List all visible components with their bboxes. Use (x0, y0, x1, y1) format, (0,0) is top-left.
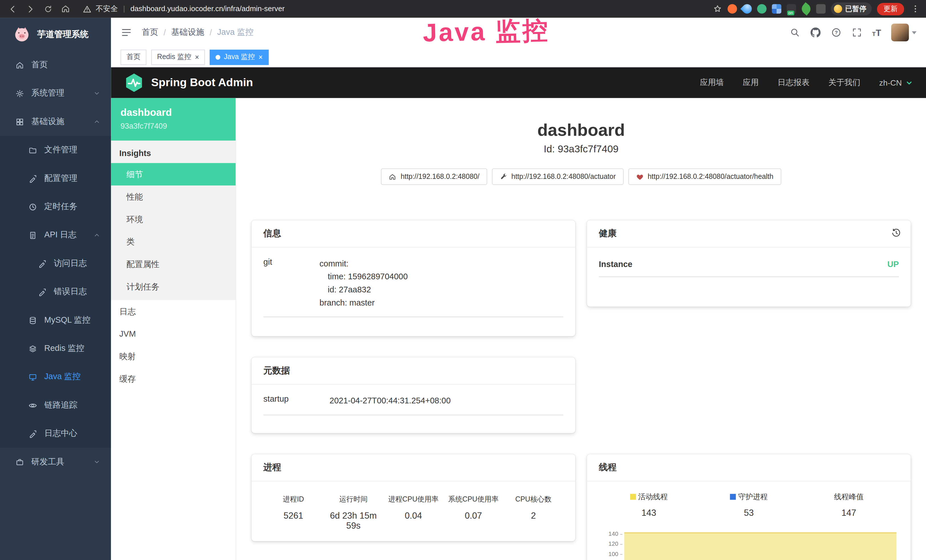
sba-item-jvm[interactable]: JVM (111, 322, 236, 345)
tag-redis-monitor[interactable]: Redis 监控× (151, 49, 205, 65)
chevron-up-icon (93, 118, 100, 125)
sidebar-item-error-logs[interactable]: 错误日志 (0, 278, 111, 306)
grid-icon (15, 117, 24, 126)
info-line: time: 1596289704000 (319, 270, 563, 283)
help-icon[interactable] (831, 27, 841, 38)
sba-item-environment[interactable]: 环境 (111, 208, 236, 230)
hamburger-icon[interactable] (120, 27, 132, 38)
sidebar-item-access-logs[interactable]: 访问日志 (0, 249, 111, 278)
chrome-update-button[interactable]: 更新 (877, 3, 904, 15)
back-button[interactable] (6, 2, 19, 15)
home-button[interactable] (59, 2, 72, 15)
y-tick: 120 (599, 540, 623, 551)
sidebar-item-scheduled-jobs[interactable]: 定时任务 (0, 192, 111, 221)
github-icon[interactable] (810, 27, 821, 38)
chevron-up-icon (93, 232, 100, 239)
extensions-area: on 已暂停 更新 (713, 2, 920, 15)
metadata-value: 2021-04-27T00:44:31.254+08:00 (330, 394, 563, 407)
cards-left-column: 信息 git commit: time: 1596289704000 id: 2… (251, 221, 575, 541)
sba-item-logs[interactable]: 日志 (111, 300, 236, 322)
sba-nav: 应用墙 应用 日志报表 关于我们 zh-CN (700, 77, 913, 88)
extension-drop-icon[interactable] (740, 2, 754, 16)
sba-logo-icon (124, 73, 144, 93)
user-menu[interactable] (891, 24, 917, 41)
header-actions: TT (790, 24, 917, 41)
warning-icon (83, 5, 92, 14)
fullscreen-icon[interactable] (852, 27, 862, 38)
nav-journal[interactable]: 日志报表 (778, 77, 809, 88)
sidebar-item-mysql-monitor[interactable]: MySQL 监控 (0, 306, 111, 334)
sidebar-item-system-mgmt[interactable]: 系统管理 (0, 79, 111, 107)
breadcrumb-home[interactable]: 首页 (142, 27, 158, 38)
instance-id: 93a3fc7f7409 (120, 122, 226, 131)
breadcrumb: 首页 / 基础设施 / Java 监控 (142, 27, 254, 38)
info-line: id: 27aa832 (319, 283, 563, 297)
sidebar-item-label: 研发工具 (31, 457, 65, 467)
forward-button[interactable] (24, 2, 37, 15)
process-column: 进程ID5261 (263, 495, 324, 531)
tag-java-monitor[interactable]: Java 监控× (210, 49, 268, 65)
nav-wallboard[interactable]: 应用墙 (700, 77, 724, 88)
locale-selector[interactable]: zh-CN (879, 78, 913, 87)
threads-legend: 活动线程143 守护进程53 线程峰值147 (599, 491, 899, 518)
nav-about[interactable]: 关于我们 (828, 77, 860, 88)
health-status-badge: UP (887, 260, 899, 269)
sidebar-item-redis-monitor[interactable]: Redis 监控 (0, 334, 111, 363)
instance-url-link[interactable]: http://192.168.0.2:48080/ (381, 169, 487, 185)
sidebar-item-tracing[interactable]: 链路追踪 (0, 391, 111, 419)
sba-brand[interactable]: Spring Boot Admin (124, 73, 253, 93)
annotation-java-monitor: Java 监控 (422, 14, 550, 50)
instance-header[interactable]: dashboard 93a3fc7f7409 (111, 98, 236, 141)
sba-sidebar: dashboard 93a3fc7f7409 Insights 细节 性能 环境… (111, 98, 236, 560)
extension-leaf-icon[interactable] (799, 2, 813, 16)
sba-item-classes[interactable]: 类 (111, 230, 236, 253)
sidebar-item-dev-tools[interactable]: 研发工具 (0, 448, 111, 476)
breadcrumb-infrastructure[interactable]: 基础设施 (171, 27, 204, 38)
sidebar-item-log-center[interactable]: 日志中心 (0, 419, 111, 448)
gear-icon (15, 89, 24, 98)
sba-item-config-props[interactable]: 配置属性 (111, 253, 236, 275)
sidebar-item-dashboard[interactable]: 首页 (0, 51, 111, 79)
extension-switch-icon[interactable]: on (787, 4, 796, 14)
health-url-link[interactable]: http://192.168.0.2:48080/actuator/health (628, 169, 781, 185)
profile-paused-chip[interactable]: 已暂停 (831, 2, 872, 15)
actuator-url-link[interactable]: http://192.168.0.2:48080/actuator (492, 169, 623, 185)
sidebar-item-label: 错误日志 (54, 286, 87, 297)
legend-value: 143 (599, 508, 699, 518)
history-icon[interactable] (891, 228, 901, 238)
folder-icon (28, 145, 37, 154)
extension-vue-icon[interactable] (757, 4, 767, 14)
sidebar-item-infrastructure[interactable]: 基础设施 (0, 107, 111, 136)
health-row-instance: Instance UP (599, 257, 899, 277)
sidebar-item-api-logs[interactable]: API 日志 (0, 221, 111, 249)
sba-item-details[interactable]: 细节 (111, 163, 236, 186)
bookmark-star-icon[interactable] (713, 4, 722, 14)
sidebar-item-label: Redis 监控 (44, 343, 84, 354)
nav-applications[interactable]: 应用 (743, 77, 759, 88)
sba-item-metrics[interactable]: 性能 (111, 185, 236, 208)
sba-item-mappings[interactable]: 映射 (111, 345, 236, 368)
font-size-icon[interactable]: TT (872, 27, 881, 37)
sidebar-item-config-mgmt[interactable]: 配置管理 (0, 164, 111, 192)
card-title: 线程 (587, 454, 911, 481)
process-column: CPU核心数2 (503, 495, 563, 531)
search-icon[interactable] (790, 27, 800, 38)
legend-swatch-blue (730, 494, 736, 500)
close-icon[interactable]: × (195, 53, 199, 61)
extension-orange-icon[interactable] (728, 4, 737, 14)
legend-value: 147 (799, 508, 899, 518)
sidebar-item-file-mgmt[interactable]: 文件管理 (0, 136, 111, 164)
address-bar[interactable]: 不安全 | dashboard.yudao.iocoder.cn/infra/a… (83, 4, 706, 14)
tag-home[interactable]: 首页 (120, 49, 146, 65)
sba-item-caches[interactable]: 缓存 (111, 368, 236, 390)
y-tick: 140 (599, 531, 623, 540)
card-body: Instance UP (587, 248, 911, 288)
extension-grid-icon[interactable] (772, 4, 781, 14)
sidebar-item-java-monitor[interactable]: Java 监控 (0, 363, 111, 391)
browser-menu-icon[interactable] (911, 4, 920, 14)
sidebar-item-label: 基础设施 (31, 117, 65, 127)
extension-puzzle-icon[interactable] (816, 4, 826, 14)
close-icon[interactable]: × (259, 53, 263, 61)
sba-item-scheduled-tasks[interactable]: 计划任务 (111, 275, 236, 298)
refresh-button[interactable] (41, 2, 54, 15)
